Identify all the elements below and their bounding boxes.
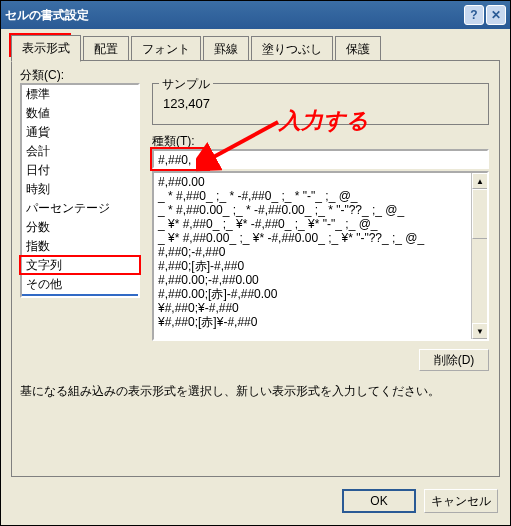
tab-border[interactable]: 罫線 bbox=[203, 36, 249, 62]
dialog-buttons: OK キャンセル bbox=[342, 489, 498, 513]
list-item[interactable]: _ ¥* #,##0_ ;_ ¥* -#,##0_ ;_ ¥* "-"_ ;_ … bbox=[158, 217, 467, 231]
list-item[interactable]: パーセンテージ bbox=[22, 199, 138, 218]
category-label: 分類(C): bbox=[20, 67, 64, 84]
titlebar-buttons: ? ✕ bbox=[464, 5, 506, 25]
list-item[interactable]: その他 bbox=[22, 275, 138, 294]
close-button[interactable]: ✕ bbox=[486, 5, 506, 25]
list-item[interactable]: 会計 bbox=[22, 142, 138, 161]
list-item[interactable]: _ * #,##0_ ;_ * -#,##0_ ;_ * "-"_ ;_ @_ bbox=[158, 189, 467, 203]
list-item[interactable]: 文字列 bbox=[22, 256, 138, 275]
type-input[interactable]: #,##0, bbox=[152, 149, 489, 169]
list-item[interactable]: ¥#,##0;¥-#,##0 bbox=[158, 301, 467, 315]
list-item[interactable]: #,##0.00;-#,##0.00 bbox=[158, 273, 467, 287]
type-label: 種類(T): bbox=[152, 133, 195, 150]
list-item[interactable]: 日付 bbox=[22, 161, 138, 180]
category-listbox[interactable]: 標準 数値 通貨 会計 日付 時刻 パーセンテージ 分数 指数 文字列 その他 … bbox=[20, 83, 140, 298]
cancel-button[interactable]: キャンセル bbox=[424, 489, 498, 513]
list-item[interactable]: 指数 bbox=[22, 237, 138, 256]
tab-panel: 分類(C): 標準 数値 通貨 会計 日付 時刻 パーセンテージ 分数 指数 文… bbox=[11, 60, 500, 477]
scrollbar[interactable]: ▲ ▼ bbox=[471, 173, 487, 339]
tab-protection[interactable]: 保護 bbox=[335, 36, 381, 62]
scroll-down-button[interactable]: ▼ bbox=[472, 323, 488, 339]
list-item[interactable]: _ ¥* #,##0.00_ ;_ ¥* -#,##0.00_ ;_ ¥* "-… bbox=[158, 231, 467, 245]
list-item[interactable]: #,##0;-#,##0 bbox=[158, 245, 467, 259]
sample-groupbox: サンプル 123,407 bbox=[152, 83, 489, 125]
list-item[interactable]: _ * #,##0.00_ ;_ * -#,##0.00_ ;_ * "-"??… bbox=[158, 203, 467, 217]
tab-fill[interactable]: 塗りつぶし bbox=[251, 36, 333, 62]
scroll-up-button[interactable]: ▲ bbox=[472, 173, 488, 189]
tab-strip: 表示形式 配置 フォント 罫線 塗りつぶし 保護 bbox=[11, 35, 500, 61]
list-item[interactable]: 標準 bbox=[22, 85, 138, 104]
sample-label: サンプル bbox=[159, 76, 213, 93]
format-list-inner: #,##0.00 _ * #,##0_ ;_ * -#,##0_ ;_ * "-… bbox=[154, 173, 471, 339]
type-input-value: #,##0, bbox=[158, 153, 191, 167]
help-button[interactable]: ? bbox=[464, 5, 484, 25]
window-title: セルの書式設定 bbox=[5, 7, 89, 24]
ok-button[interactable]: OK bbox=[342, 489, 416, 513]
dialog-window: セルの書式設定 ? ✕ 表示形式 配置 フォント 罫線 塗りつぶし 保護 分類(… bbox=[0, 0, 511, 526]
dialog-body: 表示形式 配置 フォント 罫線 塗りつぶし 保護 分類(C): 標準 数値 通貨… bbox=[1, 29, 510, 525]
list-item[interactable]: #,##0.00;[赤]-#,##0.00 bbox=[158, 287, 467, 301]
list-item[interactable]: 通貨 bbox=[22, 123, 138, 142]
sample-value: 123,407 bbox=[163, 96, 210, 111]
scroll-thumb[interactable] bbox=[472, 189, 488, 239]
list-item[interactable]: 時刻 bbox=[22, 180, 138, 199]
list-item[interactable]: 数値 bbox=[22, 104, 138, 123]
description-text: 基になる組み込みの表示形式を選択し、新しい表示形式を入力してください。 bbox=[20, 383, 440, 400]
tab-font[interactable]: フォント bbox=[131, 36, 201, 62]
format-listbox[interactable]: #,##0.00 _ * #,##0_ ;_ * -#,##0_ ;_ * "-… bbox=[152, 171, 489, 341]
tab-format[interactable]: 表示形式 bbox=[11, 35, 81, 62]
list-item[interactable]: #,##0.00 bbox=[158, 175, 467, 189]
list-item[interactable]: 分数 bbox=[22, 218, 138, 237]
delete-button[interactable]: 削除(D) bbox=[419, 349, 489, 371]
list-item[interactable]: ¥#,##0;[赤]¥-#,##0 bbox=[158, 315, 467, 329]
tab-alignment[interactable]: 配置 bbox=[83, 36, 129, 62]
list-item[interactable]: #,##0;[赤]-#,##0 bbox=[158, 259, 467, 273]
title-bar: セルの書式設定 ? ✕ bbox=[1, 1, 510, 29]
list-item-selected[interactable]: ユーザー定義 bbox=[22, 294, 138, 298]
